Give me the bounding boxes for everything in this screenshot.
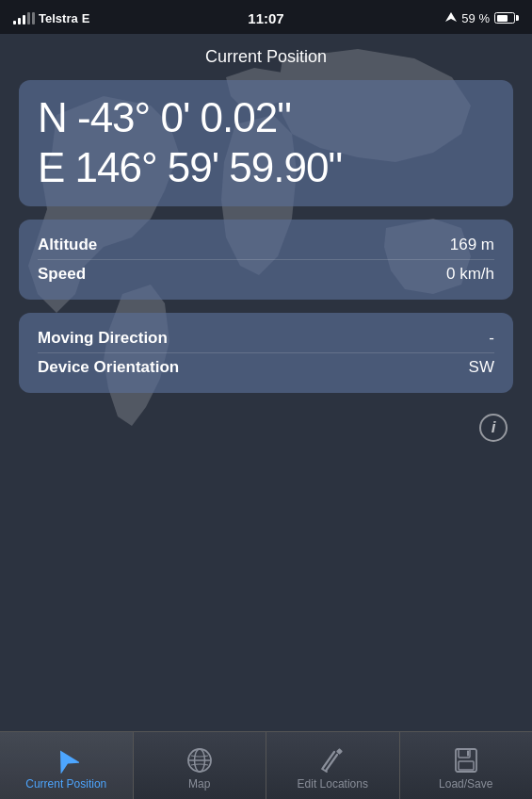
status-right: 59 % (445, 11, 519, 25)
device-orientation-row: Device Orientation SW (38, 352, 494, 382)
tab-map-label: Map (188, 777, 210, 791)
signal-bar-4 (27, 12, 30, 24)
status-time: 11:07 (248, 10, 283, 26)
moving-direction-row: Moving Direction - (38, 324, 494, 352)
altitude-label: Altitude (38, 236, 97, 254)
signal-bars (13, 12, 35, 24)
tab-load-save[interactable]: Load/Save (400, 732, 533, 799)
battery-percent: 59 % (461, 11, 490, 25)
speed-value: 0 km/h (446, 265, 494, 284)
tab-current-position[interactable]: Current Position (0, 732, 133, 799)
coordinate-card: N -43° 0' 0.02" E 146° 59' 59.90" (19, 80, 513, 206)
tab-map[interactable]: Map (134, 732, 266, 799)
signal-bar-2 (18, 18, 21, 24)
device-orientation-label: Device Orientation (38, 358, 179, 377)
tab-load-save-label: Load/Save (439, 777, 492, 791)
current-position-icon (53, 747, 79, 774)
map-globe-icon (186, 747, 213, 774)
svg-marker-0 (445, 12, 457, 22)
info-button-container: i (19, 406, 513, 446)
signal-bar-5 (32, 12, 35, 24)
svg-rect-12 (467, 750, 469, 756)
signal-bar-3 (23, 15, 25, 24)
latitude-display: N -43° 0' 0.02" (38, 93, 494, 143)
svg-marker-1 (53, 747, 79, 774)
speed-row: Speed 0 km/h (38, 259, 494, 288)
info-button[interactable]: i (479, 414, 508, 442)
direction-card: Moving Direction - Device Orientation SW (19, 313, 513, 393)
load-save-icon (454, 747, 478, 774)
main-content: Current Position N -43° 0' 0.02" E 146° … (0, 34, 532, 446)
tab-edit-locations[interactable]: Edit Locations (266, 732, 399, 799)
altitude-speed-card: Altitude 169 m Speed 0 km/h (19, 220, 513, 300)
section-title: Current Position (19, 47, 513, 67)
carrier-name: Telstra (39, 11, 78, 25)
altitude-row: Altitude 169 m (38, 231, 494, 259)
status-bar: Telstra E 11:07 59 % (0, 0, 532, 34)
tab-current-position-label: Current Position (25, 777, 106, 791)
longitude-display: E 146° 59' 59.90" (38, 143, 494, 193)
moving-direction-label: Moving Direction (38, 329, 168, 348)
speed-label: Speed (38, 265, 86, 284)
signal-bar-1 (13, 21, 16, 24)
device-orientation-value: SW (469, 358, 494, 377)
moving-direction-value: - (489, 329, 494, 348)
svg-rect-11 (459, 761, 474, 770)
tab-bar: Current Position Map Edit Locations (0, 731, 532, 799)
status-left: Telstra E (13, 11, 89, 25)
altitude-value: 169 m (450, 236, 494, 254)
network-type: E (82, 11, 90, 25)
battery-icon (494, 12, 519, 24)
edit-locations-icon (320, 747, 345, 774)
location-icon (445, 12, 457, 24)
tab-edit-locations-label: Edit Locations (298, 777, 368, 791)
